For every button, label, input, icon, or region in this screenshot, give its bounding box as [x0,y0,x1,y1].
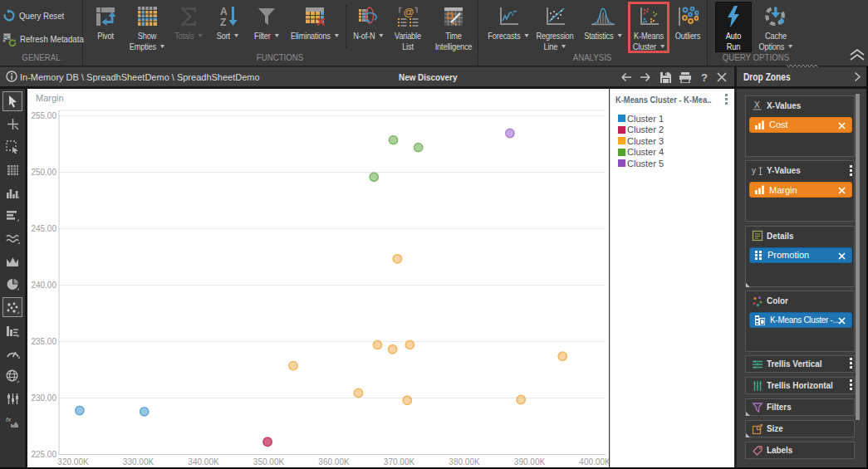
svg-text:X: X [754,100,760,110]
svg-text:Z: Z [220,17,226,27]
svg-text:Margin: Margin [36,93,64,103]
svg-text:370.00K: 370.00K [384,457,415,467]
svg-text:230.00: 230.00 [31,393,56,403]
svg-text:255.00: 255.00 [31,111,56,120]
svg-text:340.00K: 340.00K [188,457,219,467]
svg-text:245.00: 245.00 [31,224,56,233]
svg-text:225.00: 225.00 [31,450,56,459]
svg-text:250.00: 250.00 [31,168,56,177]
svg-text:400.00K: 400.00K [579,457,609,467]
svg-text:y: y [752,166,756,175]
svg-text:fx: fx [6,416,12,423]
svg-text:240.00: 240.00 [31,281,56,290]
svg-text:235.00: 235.00 [31,337,56,346]
svg-text:A: A [220,6,228,17]
svg-text:320.00K: 320.00K [57,457,89,467]
svg-text:380.00K: 380.00K [449,457,480,467]
svg-text:390.00K: 390.00K [514,457,546,467]
svg-text:330.00K: 330.00K [123,457,154,467]
svg-text:@: @ [403,6,414,18]
svg-text:360.00K: 360.00K [318,457,350,467]
svg-text:350.00K: 350.00K [253,457,285,467]
svg-text:?: ? [701,71,708,83]
